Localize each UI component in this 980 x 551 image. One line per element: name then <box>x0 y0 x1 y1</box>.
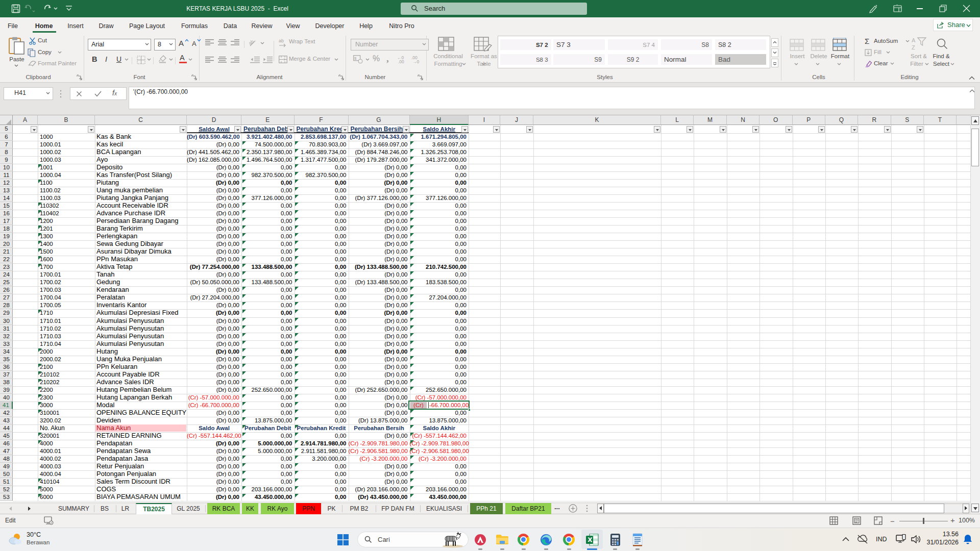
svg-text:ab: ab <box>279 38 284 43</box>
svg-text:ab: ab <box>249 39 255 46</box>
svg-text:.00: .00 <box>398 59 404 63</box>
svg-text:$: $ <box>354 56 357 61</box>
svg-text:A: A <box>912 37 916 43</box>
svg-text:→0: →0 <box>412 59 420 63</box>
svg-text:Z: Z <box>912 44 915 51</box>
